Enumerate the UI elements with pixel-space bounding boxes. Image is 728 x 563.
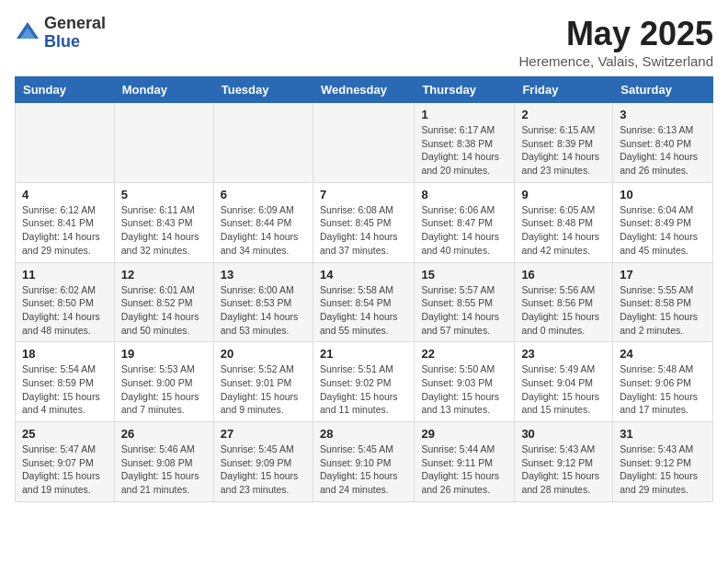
day-info: Sunrise: 5:50 AM Sunset: 9:03 PM Dayligh… [421, 362, 507, 417]
day-number: 16 [521, 268, 606, 282]
day-info: Sunrise: 5:57 AM Sunset: 8:55 PM Dayligh… [421, 283, 507, 338]
calendar-cell: 5Sunrise: 6:11 AM Sunset: 8:43 PM Daylig… [114, 182, 213, 262]
calendar-cell: 14Sunrise: 5:58 AM Sunset: 8:54 PM Dayli… [313, 262, 414, 342]
calendar-week-5: 25Sunrise: 5:47 AM Sunset: 9:07 PM Dayli… [16, 422, 713, 502]
calendar-cell: 4Sunrise: 6:12 AM Sunset: 8:41 PM Daylig… [16, 182, 115, 262]
day-number: 3 [620, 108, 706, 121]
day-info: Sunrise: 6:08 AM Sunset: 8:45 PM Dayligh… [320, 203, 407, 258]
calendar-cell: 18Sunrise: 5:54 AM Sunset: 8:59 PM Dayli… [16, 342, 115, 422]
month-title: May 2025 [519, 15, 713, 53]
calendar-cell: 2Sunrise: 6:15 AM Sunset: 8:39 PM Daylig… [515, 103, 613, 183]
calendar-cell: 21Sunrise: 5:51 AM Sunset: 9:02 PM Dayli… [313, 342, 414, 422]
logo-general-text: General [44, 15, 106, 33]
calendar-cell: 17Sunrise: 5:55 AM Sunset: 8:58 PM Dayli… [613, 262, 713, 342]
day-info: Sunrise: 6:17 AM Sunset: 8:38 PM Dayligh… [421, 123, 507, 178]
col-friday: Friday [515, 77, 613, 103]
calendar-cell: 31Sunrise: 5:43 AM Sunset: 9:12 PM Dayli… [613, 422, 713, 502]
col-monday: Monday [114, 77, 213, 103]
day-number: 28 [320, 427, 407, 441]
day-info: Sunrise: 6:12 AM Sunset: 8:41 PM Dayligh… [22, 203, 108, 258]
calendar-cell [16, 103, 115, 183]
calendar-week-4: 18Sunrise: 5:54 AM Sunset: 8:59 PM Dayli… [16, 342, 713, 422]
calendar-cell: 12Sunrise: 6:01 AM Sunset: 8:52 PM Dayli… [114, 262, 213, 342]
day-number: 7 [320, 188, 407, 201]
col-wednesday: Wednesday [313, 77, 414, 103]
day-info: Sunrise: 5:48 AM Sunset: 9:06 PM Dayligh… [620, 362, 706, 417]
day-info: Sunrise: 5:43 AM Sunset: 9:12 PM Dayligh… [620, 442, 706, 497]
calendar-cell [213, 103, 313, 183]
day-info: Sunrise: 5:49 AM Sunset: 9:04 PM Dayligh… [521, 362, 606, 417]
day-info: Sunrise: 6:09 AM Sunset: 8:44 PM Dayligh… [221, 203, 306, 258]
day-number: 17 [620, 268, 706, 282]
calendar-cell: 8Sunrise: 6:06 AM Sunset: 8:47 PM Daylig… [415, 182, 515, 262]
calendar-cell: 19Sunrise: 5:53 AM Sunset: 9:00 PM Dayli… [114, 342, 213, 422]
day-number: 15 [421, 268, 507, 282]
logo: General Blue [15, 15, 106, 52]
day-info: Sunrise: 5:55 AM Sunset: 8:58 PM Dayligh… [620, 283, 706, 338]
day-info: Sunrise: 6:06 AM Sunset: 8:47 PM Dayligh… [421, 203, 507, 258]
day-info: Sunrise: 5:56 AM Sunset: 8:56 PM Dayligh… [521, 283, 606, 338]
day-number: 19 [121, 347, 207, 361]
day-info: Sunrise: 6:04 AM Sunset: 8:49 PM Dayligh… [620, 203, 706, 258]
calendar-cell: 10Sunrise: 6:04 AM Sunset: 8:49 PM Dayli… [613, 182, 713, 262]
calendar-cell: 24Sunrise: 5:48 AM Sunset: 9:06 PM Dayli… [613, 342, 713, 422]
day-number: 10 [620, 188, 706, 201]
calendar-week-3: 11Sunrise: 6:02 AM Sunset: 8:50 PM Dayli… [16, 262, 713, 342]
day-number: 22 [421, 347, 507, 361]
day-info: Sunrise: 5:45 AM Sunset: 9:10 PM Dayligh… [320, 442, 407, 497]
col-sunday: Sunday [16, 77, 115, 103]
day-number: 13 [221, 268, 306, 282]
calendar-cell: 26Sunrise: 5:46 AM Sunset: 9:08 PM Dayli… [114, 422, 213, 502]
calendar-cell: 7Sunrise: 6:08 AM Sunset: 8:45 PM Daylig… [313, 182, 414, 262]
day-info: Sunrise: 5:46 AM Sunset: 9:08 PM Dayligh… [121, 442, 207, 497]
day-info: Sunrise: 5:52 AM Sunset: 9:01 PM Dayligh… [221, 362, 306, 417]
location-text: Heremence, Valais, Switzerland [519, 53, 713, 69]
day-number: 20 [221, 347, 306, 361]
calendar-body: 1Sunrise: 6:17 AM Sunset: 8:38 PM Daylig… [16, 103, 713, 502]
day-info: Sunrise: 5:51 AM Sunset: 9:02 PM Dayligh… [320, 362, 407, 417]
day-number: 4 [22, 188, 108, 201]
day-number: 6 [221, 188, 306, 201]
day-info: Sunrise: 5:54 AM Sunset: 8:59 PM Dayligh… [22, 362, 108, 417]
calendar-cell [313, 103, 414, 183]
calendar-cell: 22Sunrise: 5:50 AM Sunset: 9:03 PM Dayli… [415, 342, 515, 422]
day-number: 2 [521, 108, 606, 121]
logo-blue-text: Blue [44, 33, 106, 52]
day-number: 14 [320, 268, 407, 282]
day-number: 23 [521, 347, 606, 361]
calendar-cell: 20Sunrise: 5:52 AM Sunset: 9:01 PM Dayli… [213, 342, 313, 422]
calendar-cell: 6Sunrise: 6:09 AM Sunset: 8:44 PM Daylig… [213, 182, 313, 262]
calendar-cell [114, 103, 213, 183]
calendar-table: Sunday Monday Tuesday Wednesday Thursday… [15, 76, 713, 502]
day-info: Sunrise: 6:05 AM Sunset: 8:48 PM Dayligh… [521, 203, 606, 258]
day-number: 9 [521, 188, 606, 201]
day-info: Sunrise: 6:11 AM Sunset: 8:43 PM Dayligh… [121, 203, 207, 258]
col-tuesday: Tuesday [213, 77, 313, 103]
logo-text: General Blue [44, 15, 106, 52]
day-number: 30 [521, 427, 606, 441]
page-header: General Blue May 2025 Heremence, Valais,… [15, 15, 713, 69]
day-info: Sunrise: 6:00 AM Sunset: 8:53 PM Dayligh… [221, 283, 306, 338]
day-number: 8 [421, 188, 507, 201]
day-number: 5 [121, 188, 207, 201]
calendar-cell: 30Sunrise: 5:43 AM Sunset: 9:12 PM Dayli… [515, 422, 613, 502]
day-info: Sunrise: 5:47 AM Sunset: 9:07 PM Dayligh… [22, 442, 108, 497]
day-info: Sunrise: 6:02 AM Sunset: 8:50 PM Dayligh… [22, 283, 108, 338]
col-saturday: Saturday [613, 77, 713, 103]
day-number: 26 [121, 427, 207, 441]
calendar-cell: 11Sunrise: 6:02 AM Sunset: 8:50 PM Dayli… [16, 262, 115, 342]
day-info: Sunrise: 6:15 AM Sunset: 8:39 PM Dayligh… [521, 123, 606, 178]
header-row: Sunday Monday Tuesday Wednesday Thursday… [16, 77, 713, 103]
day-info: Sunrise: 5:53 AM Sunset: 9:00 PM Dayligh… [121, 362, 207, 417]
day-number: 1 [421, 108, 507, 121]
day-info: Sunrise: 5:58 AM Sunset: 8:54 PM Dayligh… [320, 283, 407, 338]
calendar-cell: 1Sunrise: 6:17 AM Sunset: 8:38 PM Daylig… [415, 103, 515, 183]
calendar-cell: 9Sunrise: 6:05 AM Sunset: 8:48 PM Daylig… [515, 182, 613, 262]
day-info: Sunrise: 6:13 AM Sunset: 8:40 PM Dayligh… [620, 123, 706, 178]
day-number: 27 [221, 427, 306, 441]
day-number: 21 [320, 347, 407, 361]
calendar-cell: 25Sunrise: 5:47 AM Sunset: 9:07 PM Dayli… [16, 422, 115, 502]
day-number: 11 [22, 268, 108, 282]
day-number: 18 [22, 347, 108, 361]
day-info: Sunrise: 5:44 AM Sunset: 9:11 PM Dayligh… [421, 442, 507, 497]
